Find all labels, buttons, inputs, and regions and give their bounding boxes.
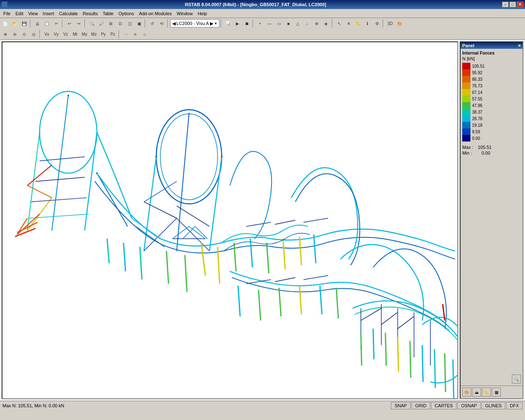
menu-window[interactable]: Window <box>174 10 195 17</box>
tb-btn9[interactable]: ◫ <box>125 19 134 28</box>
tb2-4[interactable]: ◎ <box>29 30 38 39</box>
close-button[interactable]: ✕ <box>517 2 523 7</box>
tb-save[interactable]: 💾 <box>20 19 29 28</box>
scale-color-2 <box>462 76 470 82</box>
tb-results[interactable]: 📊 <box>224 19 233 28</box>
tb-select[interactable]: ↖ <box>335 19 344 28</box>
toolbars: 📄 📂 💾 🖨 📋 ✂ ↩ ↪ 🔍 🔎 ⊞ ⊡ ◫ ▣ ↺ ⟲ ◀ LC2000… <box>0 18 525 40</box>
tb-plate[interactable]: ▭ <box>274 19 283 28</box>
tb-undo[interactable]: ↩ <box>65 19 74 28</box>
panel-color-btn[interactable]: 🎨 <box>462 388 471 397</box>
tb2-5[interactable]: Vx <box>42 30 51 39</box>
osnap-button[interactable]: OSNAP <box>457 402 481 409</box>
tb-render[interactable]: 🎨 <box>395 19 404 28</box>
scale-color-9 <box>462 122 470 128</box>
menu-insert[interactable]: Insert <box>40 10 57 17</box>
tb-sep-2 <box>62 19 64 27</box>
tb-zoom-in[interactable]: 🔍 <box>87 19 96 28</box>
tb-support[interactable]: △ <box>293 19 302 28</box>
tb-btn10[interactable]: ▣ <box>135 19 144 28</box>
tb-btn2[interactable]: 📋 <box>42 19 51 28</box>
tb-settings[interactable]: ⚙ <box>372 19 381 28</box>
minimize-button[interactable]: – <box>502 2 509 7</box>
tb-open[interactable]: 📂 <box>10 19 19 28</box>
dfx-button[interactable]: DFX <box>506 402 523 409</box>
tb-zoom-fit[interactable]: ⊞ <box>106 19 115 28</box>
lc-next[interactable]: ▶ <box>210 21 213 26</box>
tb-redo[interactable]: ↪ <box>74 19 83 28</box>
main-area: .m-red { stroke: #cc0000; } .m-orange-re… <box>0 40 525 401</box>
tb-print[interactable]: 🖨 <box>33 19 42 28</box>
menu-options[interactable]: Options <box>116 10 137 17</box>
panel-search-button[interactable]: 🔍 <box>512 374 521 383</box>
tb2-12[interactable]: Pz <box>108 30 117 39</box>
menu-edit[interactable]: Edit <box>13 10 26 17</box>
menu-help[interactable]: Help <box>195 10 210 17</box>
tb-material[interactable]: ◈ <box>322 19 331 28</box>
tb2-13[interactable]: ⋯ <box>121 30 130 39</box>
tb2-8[interactable]: Mt <box>71 30 80 39</box>
tb2-2[interactable]: ⊖ <box>10 30 19 39</box>
status-bar: Max N: 105.51, Min N: 0.00 kN SNAP GRID … <box>0 401 525 410</box>
tb-zoom-out[interactable]: 🔎 <box>97 19 106 28</box>
tb-3d[interactable]: 3D <box>386 19 395 28</box>
panel-model-btn[interactable]: ⛰ <box>472 388 481 397</box>
menu-table[interactable]: Table <box>100 10 116 17</box>
tb2-sep-2 <box>119 30 120 38</box>
menu-file[interactable]: File <box>1 10 13 17</box>
tb2-3[interactable]: ⊙ <box>20 30 29 39</box>
tb2-10[interactable]: Mz <box>89 30 98 39</box>
svg-line-51 <box>361 333 362 365</box>
panel-close-button[interactable]: ✕ <box>518 43 521 48</box>
panel-lines-btn[interactable]: 📐 <box>482 388 491 397</box>
tb2-11[interactable]: Py <box>99 30 108 39</box>
tb-node[interactable]: • <box>256 19 265 28</box>
tb-btn8[interactable]: ⊡ <box>116 19 125 28</box>
tb-stop[interactable]: ⏹ <box>242 19 251 28</box>
tb-new[interactable]: 📄 <box>1 19 10 28</box>
menu-results[interactable]: Results <box>80 10 100 17</box>
tb-member[interactable]: — <box>265 19 274 28</box>
tb2-7[interactable]: Vz <box>61 30 70 39</box>
menu-addon[interactable]: Add-on Modules <box>137 10 174 17</box>
tb2-15[interactable]: ⌂ <box>140 30 149 39</box>
snap-button[interactable]: SNAP <box>391 402 411 409</box>
tb-sep-3 <box>84 19 86 27</box>
tb-btn12[interactable]: ⟲ <box>157 19 166 28</box>
panel-unit: N [kN] <box>462 56 521 61</box>
tb-rotate[interactable]: ↺ <box>148 19 157 28</box>
tb-measure[interactable]: 📐 <box>354 19 363 28</box>
tb2-9[interactable]: My <box>80 30 89 39</box>
tb-solid[interactable]: ■ <box>284 19 293 28</box>
window-title: RSTAB 8.04.0007 (64bit) - [Ningbo_GB5001… <box>9 2 502 7</box>
maximize-button[interactable]: □ <box>509 2 516 7</box>
glines-button[interactable]: GLINES <box>482 402 505 409</box>
lc-label: LC2000 - Visu A <box>176 21 209 26</box>
tb2-6[interactable]: Vy <box>52 30 61 39</box>
tb-run[interactable]: ▶ <box>233 19 242 28</box>
titlebar-controls[interactable]: – □ ✕ <box>502 2 523 7</box>
tb-load[interactable]: ↓ <box>303 19 312 28</box>
min-value: 0.00 <box>482 151 490 155</box>
panel-bottom-toolbar: 🎨 ⛰ 📐 ▦ <box>461 386 523 398</box>
tb2-14[interactable]: ≡ <box>131 30 140 39</box>
tb-btn3[interactable]: ✂ <box>52 19 61 28</box>
tb-section[interactable]: ⊗ <box>312 19 321 28</box>
tb-sep-6 <box>221 19 222 27</box>
scale-label-6: 47.96 <box>472 102 485 109</box>
panel-bars-btn[interactable]: ▦ <box>492 388 501 397</box>
panel-section-title: Internal Forces <box>462 50 521 55</box>
menu-calculate[interactable]: Calculate <box>57 10 80 17</box>
tb2-1[interactable]: ⊕ <box>1 30 10 39</box>
grid-button[interactable]: GRID <box>411 402 430 409</box>
tb-info[interactable]: ℹ <box>363 19 372 28</box>
menu-view[interactable]: View <box>26 10 41 17</box>
cartes-button[interactable]: CARTES <box>431 402 457 409</box>
lc-arrow[interactable]: ▼ <box>214 22 217 25</box>
scale-color-5 <box>462 96 470 102</box>
svg-line-53 <box>386 333 386 365</box>
lc-prev[interactable]: ◀ <box>172 21 176 26</box>
lc-dropdown[interactable]: ◀ LC2000 - Visu A ▶ ▼ <box>170 19 219 27</box>
canvas-area[interactable]: .m-red { stroke: #cc0000; } .m-orange-re… <box>2 41 458 399</box>
tb-cross[interactable]: ✕ <box>344 19 353 28</box>
